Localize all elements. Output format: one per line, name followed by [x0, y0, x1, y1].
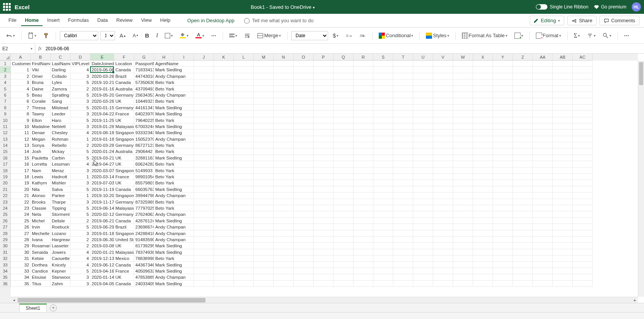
cell[interactable]: [234, 174, 254, 180]
cell[interactable]: [573, 268, 593, 274]
cell[interactable]: [274, 161, 294, 167]
cell[interactable]: [393, 243, 413, 249]
cell[interactable]: 57350630: [134, 79, 154, 86]
cell[interactable]: [314, 243, 334, 249]
cell[interactable]: [214, 92, 234, 98]
cell[interactable]: [314, 186, 334, 192]
cell[interactable]: Caouette: [51, 255, 71, 261]
cell[interactable]: [513, 168, 533, 174]
cell[interactable]: [214, 111, 234, 117]
cell[interactable]: [254, 281, 274, 287]
cell[interactable]: Mark Siedling: [154, 123, 174, 130]
number-format-select[interactable]: Date: [291, 31, 328, 40]
cell[interactable]: [493, 230, 513, 237]
cell[interactable]: [334, 268, 353, 274]
cell[interactable]: [174, 111, 194, 117]
cell[interactable]: [214, 61, 234, 67]
cell[interactable]: [214, 237, 234, 243]
cell[interactable]: [274, 237, 294, 243]
cell[interactable]: [413, 262, 433, 268]
cell[interactable]: 98901054: [134, 174, 154, 180]
cell[interactable]: [493, 130, 513, 136]
cell[interactable]: [393, 79, 413, 86]
cell[interactable]: [234, 230, 254, 237]
cell[interactable]: [234, 130, 254, 136]
cell[interactable]: [393, 148, 413, 155]
cell[interactable]: [413, 86, 433, 92]
cell[interactable]: [314, 192, 334, 199]
cell[interactable]: [413, 61, 433, 67]
cell[interactable]: [513, 161, 533, 167]
cell[interactable]: [214, 130, 234, 136]
cell[interactable]: [334, 86, 353, 92]
cell[interactable]: [453, 205, 473, 211]
cell[interactable]: [553, 255, 573, 261]
cell[interactable]: [334, 205, 353, 211]
cell[interactable]: [334, 230, 353, 237]
cell[interactable]: [533, 249, 553, 255]
cell[interactable]: [314, 161, 334, 167]
cell[interactable]: [234, 105, 254, 111]
cell[interactable]: 30: [11, 249, 31, 255]
cell[interactable]: 2020-03-26: [90, 98, 114, 104]
cell[interactable]: [373, 230, 393, 237]
cell[interactable]: [294, 243, 314, 249]
cell[interactable]: 23698674: [134, 224, 154, 230]
cell[interactable]: [573, 243, 593, 249]
cell[interactable]: [214, 268, 234, 274]
cell[interactable]: Mark Siedling: [154, 111, 174, 117]
cell[interactable]: [314, 255, 334, 261]
cell[interactable]: [214, 205, 234, 211]
cell[interactable]: Beto Yark: [154, 180, 174, 186]
more-commands-button[interactable]: ⋯: [622, 31, 632, 40]
cell[interactable]: [294, 92, 314, 98]
cell[interactable]: [334, 61, 353, 67]
cell[interactable]: [373, 255, 393, 261]
cell[interactable]: France: [114, 174, 134, 180]
cell[interactable]: [433, 148, 453, 155]
cell[interactable]: [393, 105, 413, 111]
cell[interactable]: [413, 136, 433, 142]
cell[interactable]: [274, 79, 294, 86]
cell[interactable]: [353, 281, 373, 287]
cell[interactable]: 2: [71, 142, 90, 148]
cell[interactable]: 43709493: [134, 86, 154, 92]
cell[interactable]: [533, 274, 553, 280]
cell[interactable]: [174, 281, 194, 287]
cell[interactable]: [573, 136, 593, 142]
cell[interactable]: [214, 274, 234, 280]
cell[interactable]: 2019-06-21: [90, 218, 114, 224]
cell[interactable]: [573, 237, 593, 243]
cell[interactable]: [353, 192, 373, 199]
cell[interactable]: [433, 67, 453, 73]
cell[interactable]: [314, 92, 334, 98]
font-family-select[interactable]: Calibri: [60, 31, 98, 40]
cell[interactable]: [473, 249, 493, 255]
cell[interactable]: [533, 86, 553, 92]
column-header[interactable]: N: [274, 54, 294, 61]
delete-cells-button[interactable]: Format▾: [534, 31, 564, 40]
cell[interactable]: [573, 111, 593, 117]
cell[interactable]: Knicely: [51, 262, 71, 268]
cell[interactable]: [473, 155, 493, 161]
cell[interactable]: [254, 148, 274, 155]
cell[interactable]: [174, 274, 194, 280]
cell[interactable]: [234, 262, 254, 268]
cell[interactable]: [393, 98, 413, 104]
cell[interactable]: [373, 86, 393, 92]
cell[interactable]: [553, 111, 573, 117]
cell[interactable]: [214, 199, 234, 205]
cell[interactable]: [254, 237, 274, 243]
select-all-button[interactable]: [0, 54, 11, 61]
cell[interactable]: [234, 243, 254, 249]
cell[interactable]: [254, 105, 274, 111]
cell[interactable]: [314, 249, 334, 255]
cell[interactable]: 3: [71, 230, 90, 237]
cell[interactable]: [254, 86, 274, 92]
cell[interactable]: [254, 79, 274, 86]
cell[interactable]: [274, 111, 294, 117]
cell[interactable]: [234, 192, 254, 199]
cell[interactable]: [433, 123, 453, 130]
cell[interactable]: [533, 111, 553, 117]
cell[interactable]: [174, 255, 194, 261]
